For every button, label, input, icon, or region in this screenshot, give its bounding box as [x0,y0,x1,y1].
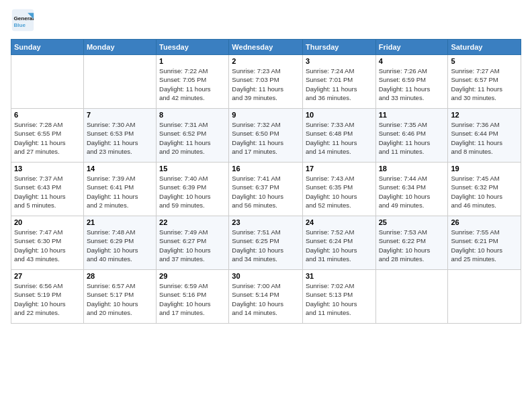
day-info: Sunrise: 7:40 AM Sunset: 6:39 PM Dayligh… [159,174,226,210]
day-number: 24 [306,218,373,226]
weekday-header-sunday: Sunday [11,40,84,55]
day-info: Sunrise: 7:51 AM Sunset: 6:25 PM Dayligh… [232,228,300,263]
day-info: Sunrise: 7:41 AM Sunset: 6:37 PM Dayligh… [232,174,300,210]
day-info: Sunrise: 7:55 AM Sunset: 6:21 PM Dayligh… [451,228,518,263]
calendar-cell: 15Sunrise: 7:40 AM Sunset: 6:39 PM Dayli… [157,163,229,216]
day-info: Sunrise: 7:36 AM Sunset: 6:44 PM Dayligh… [451,120,518,156]
day-number: 22 [159,218,226,226]
calendar-cell: 25Sunrise: 7:53 AM Sunset: 6:22 PM Dayli… [375,216,448,270]
weekday-header-monday: Monday [83,40,156,55]
calendar-cell: 11Sunrise: 7:35 AM Sunset: 6:46 PM Dayli… [375,109,448,163]
day-number: 2 [232,57,300,65]
calendar-cell: 28Sunrise: 6:57 AM Sunset: 5:17 PM Dayli… [83,270,156,324]
calendar-cell: 5Sunrise: 7:27 AM Sunset: 6:57 PM Daylig… [448,55,521,109]
calendar-cell: 21Sunrise: 7:48 AM Sunset: 6:29 PM Dayli… [83,216,156,270]
day-info: Sunrise: 7:30 AM Sunset: 6:53 PM Dayligh… [87,120,153,156]
day-info: Sunrise: 7:31 AM Sunset: 6:52 PM Dayligh… [159,120,226,156]
calendar-cell: 29Sunrise: 6:59 AM Sunset: 5:16 PM Dayli… [157,270,229,324]
calendar-cell: 3Sunrise: 7:24 AM Sunset: 7:01 PM Daylig… [302,55,375,109]
page: General Blue SundayMondayTuesdayWednesda… [0,0,532,411]
calendar-cell: 9Sunrise: 7:32 AM Sunset: 6:50 PM Daylig… [229,109,303,163]
calendar-week-5: 27Sunrise: 6:56 AM Sunset: 5:19 PM Dayli… [11,270,521,324]
day-info: Sunrise: 7:52 AM Sunset: 6:24 PM Dayligh… [306,228,373,263]
day-info: Sunrise: 7:48 AM Sunset: 6:29 PM Dayligh… [87,228,153,263]
day-info: Sunrise: 7:26 AM Sunset: 6:59 PM Dayligh… [379,66,445,102]
day-number: 26 [451,218,518,226]
day-number: 7 [87,111,153,119]
calendar-cell: 22Sunrise: 7:49 AM Sunset: 6:27 PM Dayli… [157,216,229,270]
weekday-header-tuesday: Tuesday [157,40,229,55]
day-number: 18 [379,165,445,173]
day-number: 25 [379,218,445,226]
calendar-cell: 18Sunrise: 7:44 AM Sunset: 6:34 PM Dayli… [375,163,448,216]
header: General Blue [11,8,521,32]
day-number: 5 [451,57,518,65]
calendar-cell: 26Sunrise: 7:55 AM Sunset: 6:21 PM Dayli… [448,216,521,270]
logo: General Blue [11,8,38,32]
day-info: Sunrise: 7:43 AM Sunset: 6:35 PM Dayligh… [306,174,373,210]
calendar-week-3: 13Sunrise: 7:37 AM Sunset: 6:43 PM Dayli… [11,163,521,216]
svg-text:General: General [14,15,34,21]
calendar-cell: 2Sunrise: 7:23 AM Sunset: 7:03 PM Daylig… [229,55,303,109]
day-info: Sunrise: 6:57 AM Sunset: 5:17 PM Dayligh… [87,281,153,317]
calendar-cell: 31Sunrise: 7:02 AM Sunset: 5:13 PM Dayli… [302,270,375,324]
calendar-cell: 10Sunrise: 7:33 AM Sunset: 6:48 PM Dayli… [302,109,375,163]
weekday-header-thursday: Thursday [302,40,375,55]
calendar-cell: 24Sunrise: 7:52 AM Sunset: 6:24 PM Dayli… [302,216,375,270]
calendar-cell: 27Sunrise: 6:56 AM Sunset: 5:19 PM Dayli… [11,270,84,324]
day-info: Sunrise: 7:44 AM Sunset: 6:34 PM Dayligh… [379,174,445,210]
day-info: Sunrise: 7:27 AM Sunset: 6:57 PM Dayligh… [451,66,518,102]
day-number: 28 [87,272,153,280]
calendar-cell: 12Sunrise: 7:36 AM Sunset: 6:44 PM Dayli… [448,109,521,163]
day-number: 13 [14,165,81,173]
day-info: Sunrise: 7:28 AM Sunset: 6:55 PM Dayligh… [14,120,81,156]
day-number: 9 [232,111,300,119]
day-number: 15 [159,165,226,173]
calendar-week-1: 1Sunrise: 7:22 AM Sunset: 7:05 PM Daylig… [11,55,521,109]
weekday-header-wednesday: Wednesday [229,40,303,55]
day-info: Sunrise: 7:32 AM Sunset: 6:50 PM Dayligh… [232,120,300,156]
weekday-header-friday: Friday [375,40,448,55]
svg-text:Blue: Blue [14,22,26,28]
calendar-cell: 14Sunrise: 7:39 AM Sunset: 6:41 PM Dayli… [83,163,156,216]
day-number: 8 [159,111,226,119]
calendar-week-2: 6Sunrise: 7:28 AM Sunset: 6:55 PM Daylig… [11,109,521,163]
calendar-cell: 13Sunrise: 7:37 AM Sunset: 6:43 PM Dayli… [11,163,84,216]
day-number: 23 [232,218,300,226]
day-number: 12 [451,111,518,119]
calendar-cell: 17Sunrise: 7:43 AM Sunset: 6:35 PM Dayli… [302,163,375,216]
day-number: 27 [14,272,81,280]
day-info: Sunrise: 6:56 AM Sunset: 5:19 PM Dayligh… [14,281,81,317]
calendar-cell [448,270,521,324]
day-number: 20 [14,218,81,226]
day-info: Sunrise: 7:53 AM Sunset: 6:22 PM Dayligh… [379,228,445,263]
day-info: Sunrise: 7:23 AM Sunset: 7:03 PM Dayligh… [232,66,300,102]
calendar-cell: 16Sunrise: 7:41 AM Sunset: 6:37 PM Dayli… [229,163,303,216]
calendar-cell: 7Sunrise: 7:30 AM Sunset: 6:53 PM Daylig… [83,109,156,163]
day-number: 3 [306,57,373,65]
day-info: Sunrise: 7:37 AM Sunset: 6:43 PM Dayligh… [14,174,81,210]
calendar-cell: 4Sunrise: 7:26 AM Sunset: 6:59 PM Daylig… [375,55,448,109]
day-info: Sunrise: 7:22 AM Sunset: 7:05 PM Dayligh… [159,66,226,102]
calendar-header-row: SundayMondayTuesdayWednesdayThursdayFrid… [11,40,521,55]
day-number: 29 [159,272,226,280]
calendar-cell [11,55,84,109]
calendar-cell: 30Sunrise: 7:00 AM Sunset: 5:14 PM Dayli… [229,270,303,324]
day-info: Sunrise: 7:00 AM Sunset: 5:14 PM Dayligh… [232,281,300,317]
logo-icon: General Blue [11,8,35,32]
day-info: Sunrise: 7:49 AM Sunset: 6:27 PM Dayligh… [159,228,226,263]
day-info: Sunrise: 7:39 AM Sunset: 6:41 PM Dayligh… [87,174,153,210]
weekday-header-saturday: Saturday [448,40,521,55]
day-number: 21 [87,218,153,226]
calendar-cell: 19Sunrise: 7:45 AM Sunset: 6:32 PM Dayli… [448,163,521,216]
day-number: 31 [306,272,373,280]
calendar-cell: 20Sunrise: 7:47 AM Sunset: 6:30 PM Dayli… [11,216,84,270]
day-info: Sunrise: 7:45 AM Sunset: 6:32 PM Dayligh… [451,174,518,210]
calendar-cell: 1Sunrise: 7:22 AM Sunset: 7:05 PM Daylig… [157,55,229,109]
calendar-cell: 23Sunrise: 7:51 AM Sunset: 6:25 PM Dayli… [229,216,303,270]
calendar-week-4: 20Sunrise: 7:47 AM Sunset: 6:30 PM Dayli… [11,216,521,270]
day-number: 6 [14,111,81,119]
day-info: Sunrise: 7:02 AM Sunset: 5:13 PM Dayligh… [306,281,373,317]
day-info: Sunrise: 7:47 AM Sunset: 6:30 PM Dayligh… [14,228,81,263]
day-number: 19 [451,165,518,173]
